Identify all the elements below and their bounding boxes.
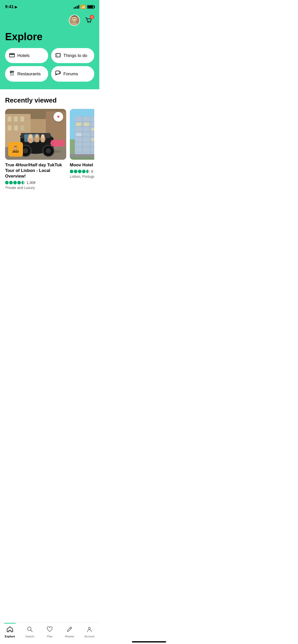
card-tuktuk-image: ♥ 🦉 2023: [5, 109, 66, 160]
svg-point-43: [35, 134, 39, 138]
award-badge-tuktuk: 🦉 2023: [8, 142, 23, 157]
status-bar: 9:41 ▶ 📶: [0, 0, 99, 13]
main-content: Recently viewed: [0, 89, 99, 220]
restaurants-label: Restaurants: [17, 71, 41, 77]
svg-point-45: [41, 134, 45, 138]
card-hotel-rating: 6: [70, 169, 94, 173]
category-forums[interactable]: Forums: [51, 66, 94, 82]
svg-point-5: [90, 22, 91, 23]
svg-point-37: [23, 148, 28, 153]
location-arrow-icon: ▶: [15, 5, 17, 9]
card-hotel-title: Moov Hotel Lisb...: [70, 162, 94, 168]
favorite-button-tuktuk[interactable]: ♥: [53, 112, 63, 122]
svg-point-39: [46, 148, 51, 153]
hotels-icon: [9, 53, 15, 58]
dot-4: [17, 181, 21, 184]
svg-rect-67: [91, 128, 94, 131]
review-count-hotel: 6: [91, 169, 93, 173]
svg-rect-23: [8, 125, 11, 130]
svg-rect-20: [8, 116, 11, 122]
header-section: 1 Explore Hotels Things to do: [0, 13, 99, 89]
status-icons: 📶: [74, 5, 94, 9]
category-grid: Hotels Things to do: [5, 48, 94, 82]
card-hotel-image: [70, 109, 94, 160]
card-tuktuk[interactable]: ♥ 🦉 2023 True 4Hour/Half day TukTuk Tour…: [5, 109, 66, 190]
battery-fill: [88, 6, 93, 8]
signal-bars-icon: [74, 5, 79, 9]
category-hotels[interactable]: Hotels: [5, 48, 48, 63]
recently-viewed-title: Recently viewed: [5, 96, 94, 104]
things-to-do-label: Things to do: [63, 53, 87, 58]
svg-rect-7: [10, 54, 12, 55]
avatar[interactable]: [69, 15, 80, 26]
rating-dots-hotel: [70, 170, 90, 173]
hotels-label: Hotels: [17, 53, 30, 58]
card-tuktuk-title: True 4Hour/Half day TukTuk Tour of Lisbo…: [5, 162, 66, 179]
card-hotel-subtitle: Lisbon, Portugal: [70, 174, 94, 179]
h-dot-2: [74, 170, 77, 173]
card-tuktuk-rating: 1,309: [5, 181, 66, 185]
svg-rect-24: [14, 125, 18, 130]
svg-point-4: [88, 22, 89, 23]
category-restaurants[interactable]: Restaurants: [5, 66, 48, 82]
review-count-tuktuk: 1,309: [26, 181, 35, 185]
card-hotel-info: Moov Hotel Lisb... 6 Lisbon, Portugal: [70, 160, 94, 179]
card-hotel[interactable]: Moov Hotel Lisb... 6 Lisbon, Portugal: [70, 109, 94, 190]
svg-point-3: [75, 18, 76, 19]
status-time: 9:41 ▶: [5, 4, 17, 9]
dot-2: [9, 181, 13, 184]
svg-rect-22: [20, 116, 24, 122]
svg-rect-8: [12, 54, 13, 55]
card-tuktuk-subtitle: Private and Luxury: [5, 186, 66, 190]
cart-badge: 1: [90, 15, 94, 19]
dot-5: [21, 181, 25, 184]
svg-point-2: [73, 18, 74, 19]
recently-viewed-cards: ♥ 🦉 2023 True 4Hour/Half day TukTuk Tour…: [5, 109, 94, 195]
svg-rect-65: [76, 123, 81, 126]
cart-button[interactable]: 1: [83, 15, 94, 26]
header-top: 1: [5, 15, 94, 26]
h-dot-4: [82, 170, 86, 173]
svg-rect-75: [70, 154, 94, 157]
h-dot-3: [78, 170, 82, 173]
tripadvisor-icon: 🦉: [13, 145, 18, 150]
wifi-icon: 📶: [81, 5, 86, 9]
card-tuktuk-info: True 4Hour/Half day TukTuk Tour of Lisbo…: [5, 160, 66, 190]
svg-rect-47: [51, 140, 65, 146]
forums-label: Forums: [63, 71, 78, 77]
svg-point-41: [29, 134, 33, 139]
svg-rect-72: [91, 138, 94, 141]
fork-icon: [9, 71, 15, 77]
svg-rect-66: [84, 123, 89, 126]
h-dot-1: [70, 170, 73, 173]
page-title: Explore: [5, 31, 94, 42]
h-dot-5: [86, 170, 90, 173]
svg-rect-6: [9, 55, 15, 57]
rating-dots-tuktuk: [5, 181, 25, 184]
svg-rect-25: [20, 125, 24, 130]
time-display: 9:41: [5, 4, 14, 9]
svg-rect-15: [56, 71, 60, 74]
avatar-image: [69, 15, 79, 25]
svg-rect-71: [76, 133, 81, 136]
ticket-icon: [55, 53, 61, 58]
dot-1: [5, 181, 9, 184]
heart-icon-filled: ♥: [57, 114, 60, 120]
category-things-to-do[interactable]: Things to do: [51, 48, 94, 63]
dot-3: [13, 181, 17, 184]
svg-rect-21: [14, 116, 18, 122]
award-year: 2023: [12, 150, 19, 153]
forum-icon: [55, 71, 61, 77]
battery-icon: [87, 5, 94, 9]
